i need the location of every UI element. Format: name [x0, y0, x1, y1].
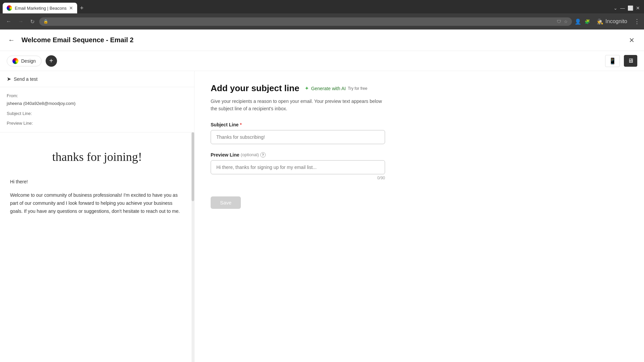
scrollbar-thumb[interactable] — [192, 132, 194, 201]
optional-label: (optional) — [241, 152, 259, 157]
scrollbar-track[interactable] — [192, 132, 194, 362]
ssl-lock-icon: 🔒 — [43, 19, 48, 24]
add-block-button[interactable]: + — [46, 55, 57, 67]
app-topbar: ← Welcome Email Sequence - Email 2 ✕ — [0, 29, 644, 51]
tab-favicon — [7, 5, 12, 11]
subject-line-group: Subject Line * — [211, 122, 628, 144]
incognito-label: Incognito — [605, 18, 627, 24]
subject-line-label: Subject Line * — [211, 122, 628, 127]
send-test-bar[interactable]: ➤ Send a test — [0, 71, 194, 87]
send-icon: ➤ — [7, 76, 11, 82]
close-editor-button[interactable]: ✕ — [626, 35, 637, 46]
star-icon[interactable]: ☆ — [564, 19, 568, 24]
back-button[interactable]: ← — [7, 35, 16, 45]
new-tab-button[interactable]: + — [77, 3, 86, 13]
maximize-button[interactable]: ⬜ — [628, 5, 633, 11]
from-value: jsheena (040a92e8@moodjoy.com) — [7, 101, 75, 106]
preview-line-label: Preview Line (optional) ? — [211, 152, 628, 158]
subject-line-input[interactable] — [211, 130, 385, 144]
address-bar[interactable]: 🔒 account.beacons.ai/email-marketing/ac7… — [39, 17, 572, 26]
page-title: Welcome Email Sequence - Email 2 — [21, 36, 621, 44]
right-panel: Add your subject line ✦ Generate with AI… — [195, 71, 644, 362]
forward-nav-button[interactable]: → — [16, 17, 25, 26]
preview-row: Preview Line: — [7, 119, 187, 127]
ai-sparkle-icon: ✦ — [305, 85, 309, 92]
refresh-button[interactable]: ↻ — [28, 17, 37, 26]
send-test-label: Send a test — [14, 76, 38, 82]
subject-label: Subject Line: — [7, 111, 32, 116]
mobile-view-button[interactable]: 📱 — [605, 55, 620, 67]
browser-tab[interactable]: Email Marketing | Beacons ✕ — [3, 3, 77, 13]
url-input[interactable]: account.beacons.ai/email-marketing/ac7e7… — [51, 19, 554, 24]
main-content: ➤ Send a test From: jsheena (040a92e8@mo… — [0, 71, 644, 362]
preview-line-input[interactable] — [211, 160, 385, 174]
design-icon — [12, 58, 18, 64]
profile-icon-button[interactable]: 👤 — [575, 18, 581, 25]
subject-row: Subject Line: — [7, 110, 187, 117]
help-icon[interactable]: ? — [260, 152, 266, 158]
email-body-paragraph: Welcome to our community of business pro… — [10, 191, 184, 215]
char-count: 0/90 — [211, 176, 385, 180]
desktop-view-button[interactable]: 🖥 — [624, 55, 637, 67]
plus-icon: + — [49, 57, 53, 65]
editor-toolbar: Design + 📱 🖥 — [0, 51, 644, 71]
tab-title: Email Marketing | Beacons — [15, 6, 66, 11]
email-body-text: Hi there! Welcome to our community of bu… — [7, 178, 187, 215]
from-row: From: jsheena (040a92e8@moodjoy.com) — [7, 92, 187, 108]
email-handwriting-text: thanks for joining! — [7, 149, 187, 165]
shield-icon: 🛡 — [557, 19, 561, 24]
preview-line-group: Preview Line (optional) ? 0/90 — [211, 152, 628, 180]
required-indicator: * — [240, 122, 241, 127]
email-body-wrapper: thanks for joining! Hi there! Welcome to… — [0, 132, 194, 362]
email-preview-panel: ➤ Send a test From: jsheena (040a92e8@mo… — [0, 71, 195, 362]
window-close-button[interactable]: ✕ — [636, 5, 640, 11]
try-free-label: Try for free — [348, 86, 367, 91]
email-greeting: Hi there! — [10, 178, 184, 186]
tab-close-button[interactable]: ✕ — [69, 5, 73, 11]
incognito-icon: 🕵 — [597, 18, 603, 25]
save-button[interactable]: Save — [211, 196, 241, 209]
email-meta: From: jsheena (040a92e8@moodjoy.com) Sub… — [0, 87, 194, 132]
generate-ai-button[interactable]: ✦ Generate with AI Try for free — [305, 85, 367, 92]
browser-menu-button[interactable]: ⋮ — [634, 18, 640, 25]
minimize-button[interactable]: — — [620, 5, 625, 11]
tab-list-button[interactable]: ⌄ — [613, 5, 618, 11]
preview-label: Preview Line: — [7, 121, 33, 126]
design-button-label: Design — [21, 58, 36, 64]
from-label: From: — [7, 93, 18, 98]
incognito-button[interactable]: 🕵 Incognito — [593, 17, 631, 26]
subject-panel-title: Add your subject line — [211, 83, 299, 94]
generate-ai-label: Generate with AI — [311, 86, 346, 91]
subject-header: Add your subject line ✦ Generate with AI… — [211, 83, 628, 94]
back-nav-button[interactable]: ← — [4, 17, 13, 26]
design-button[interactable]: Design — [7, 56, 42, 66]
extensions-button[interactable]: 🧩 — [585, 19, 590, 24]
subject-description: Give your recipients a reason to open yo… — [211, 98, 385, 113]
